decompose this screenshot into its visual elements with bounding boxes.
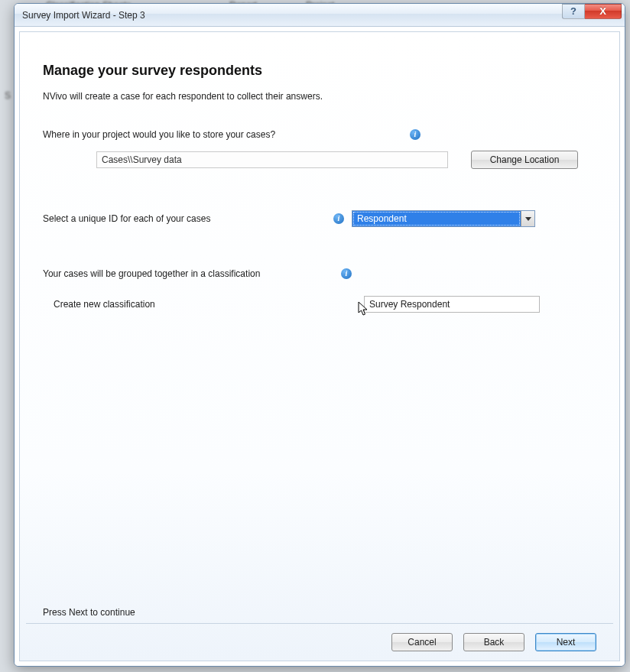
store-location-display: Cases\\Survey data	[96, 151, 448, 168]
back-button[interactable]: Back	[463, 633, 524, 651]
wizard-page: Manage your survey respondents NVivo wil…	[19, 31, 620, 661]
page-intro: NVivo will create a case for each respon…	[43, 91, 596, 102]
help-button[interactable]: ?	[562, 4, 585, 19]
next-button[interactable]: Next	[535, 633, 596, 651]
survey-import-wizard-dialog: Survey Import Wizard - Step 3 ? X Manage…	[14, 3, 625, 667]
titlebar: Survey Import Wizard - Step 3 ? X	[15, 4, 625, 27]
page-heading: Manage your survey respondents	[43, 63, 596, 79]
footer-hint: Press Next to continue	[43, 607, 135, 618]
separator	[26, 623, 613, 624]
cancel-button[interactable]: Cancel	[391, 633, 453, 651]
change-location-button[interactable]: Change Location	[471, 151, 578, 169]
info-icon[interactable]: i	[410, 129, 421, 140]
classification-name-input[interactable]	[364, 296, 540, 313]
unique-id-question: Select a unique ID for each of your case…	[43, 213, 333, 224]
unique-id-dropdown[interactable]: Respondent	[352, 210, 535, 227]
store-cases-question: Where in your project would you like to …	[43, 129, 410, 140]
create-classification-label: Create new classification	[43, 299, 364, 310]
dropdown-button[interactable]	[521, 211, 534, 226]
classification-question: Your cases will be grouped together in a…	[43, 268, 341, 279]
wizard-button-bar: Cancel Back Next	[391, 633, 596, 651]
info-icon[interactable]: i	[333, 213, 344, 224]
info-icon[interactable]: i	[341, 268, 352, 279]
window-title: Survey Import Wizard - Step 3	[22, 10, 562, 21]
chevron-down-icon	[525, 217, 531, 221]
store-location-path: Cases\\Survey data	[102, 154, 182, 165]
unique-id-selected: Respondent	[352, 211, 521, 226]
close-button[interactable]: X	[585, 4, 622, 19]
